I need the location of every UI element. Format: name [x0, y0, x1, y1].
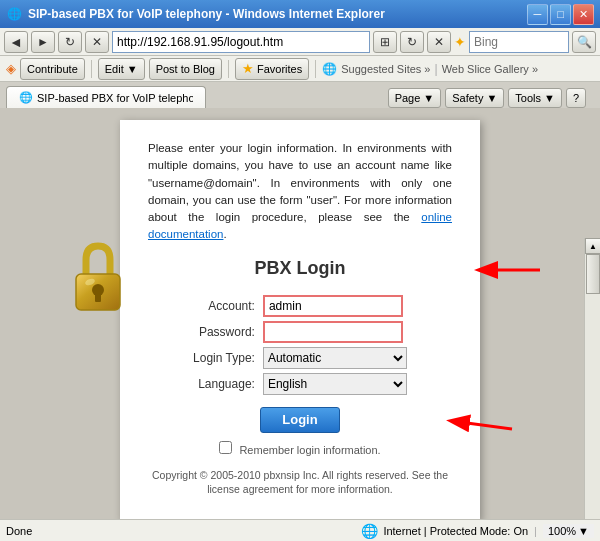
back-button[interactable]: ◄: [4, 31, 28, 53]
window-title: SIP-based PBX for VoIP telephony - Windo…: [28, 7, 527, 21]
search-input[interactable]: [469, 31, 569, 53]
globe-icon: 🌐: [361, 523, 377, 539]
status-left: Done: [6, 525, 353, 537]
login-button-row: Login: [148, 407, 452, 433]
search-icon: ✦: [454, 34, 466, 50]
toolbar-separator: [91, 60, 92, 78]
login-arrow: [444, 399, 514, 439]
password-input[interactable]: [263, 321, 403, 343]
login-form: Account: Password: Login Type: Autom: [193, 293, 407, 397]
login-card: Please enter your login information. In …: [120, 120, 480, 519]
status-done: Done: [6, 525, 32, 537]
account-arrow: [472, 255, 542, 285]
address-input[interactable]: [112, 31, 370, 53]
password-label: Password:: [193, 319, 263, 345]
account-field-cell: [263, 293, 407, 319]
account-label: Account:: [193, 293, 263, 319]
tab-label: SIP-based PBX for VoIP telephony: [37, 92, 193, 104]
suggested-sites-label: Suggested Sites »: [341, 63, 430, 75]
close-button[interactable]: ✕: [573, 4, 594, 25]
rss-button[interactable]: ⊞: [373, 31, 397, 53]
refresh-button[interactable]: ↻: [58, 31, 82, 53]
remember-row: Remember login information.: [148, 441, 452, 456]
password-field-cell: [263, 319, 407, 345]
tools-menu-button[interactable]: Tools ▼: [508, 88, 562, 108]
login-button[interactable]: Login: [260, 407, 340, 433]
active-tab[interactable]: 🌐 SIP-based PBX for VoIP telephony: [6, 86, 206, 108]
ie-icon: 🌐: [322, 62, 337, 76]
forward-button[interactable]: ►: [31, 31, 55, 53]
window-controls: ─ □ ✕: [527, 4, 594, 25]
language-select[interactable]: English Deutsch Français: [263, 373, 407, 395]
contribute-label: Contribute: [27, 63, 78, 75]
safety-menu-button[interactable]: Safety ▼: [445, 88, 504, 108]
help-button[interactable]: ?: [566, 88, 586, 108]
separator-dot: |: [435, 62, 438, 76]
contribute-icon: ◈: [6, 61, 16, 76]
account-input[interactable]: [263, 295, 403, 317]
login-type-field-cell: Automatic Manual: [263, 345, 407, 371]
zone-text: Internet | Protected Mode: On: [383, 525, 528, 537]
login-title: PBX Login: [148, 258, 452, 279]
tab-bar: 🌐 SIP-based PBX for VoIP telephony Page …: [0, 82, 600, 108]
svg-rect-2: [95, 294, 101, 302]
separator: |: [534, 525, 537, 537]
scroll-track: [585, 254, 600, 519]
title-bar: 🌐 SIP-based PBX for VoIP telephony - Win…: [0, 0, 600, 28]
contribute-button[interactable]: Contribute: [20, 58, 85, 80]
stop-button[interactable]: ✕: [85, 31, 109, 53]
post-to-blog-label: Post to Blog: [156, 63, 215, 75]
zoom-button[interactable]: 100% ▼: [543, 524, 594, 538]
post-to-blog-button[interactable]: Post to Blog: [149, 58, 222, 80]
language-label: Language:: [193, 371, 263, 397]
address-bar: ◄ ► ↻ ✕ ⊞ ↻ ✕ ✦ 🔍: [0, 28, 600, 56]
toolbar: ◈ Contribute Edit ▼ Post to Blog ★ Favor…: [0, 56, 600, 82]
web-slice-label: Web Slice Gallery »: [442, 63, 538, 75]
copyright-text: Copyright © 2005-2010 pbxnsip Inc. All r…: [152, 469, 448, 496]
maximize-button[interactable]: □: [550, 4, 571, 25]
minimize-button[interactable]: ─: [527, 4, 548, 25]
language-field-cell: English Deutsch Français: [263, 371, 407, 397]
search-button[interactable]: 🔍: [572, 31, 596, 53]
scrollbar[interactable]: ▲ ▼: [584, 238, 600, 519]
favorites-button[interactable]: ★ Favorites: [235, 58, 309, 80]
login-type-select[interactable]: Automatic Manual: [263, 347, 407, 369]
toolbar-separator3: [315, 60, 316, 78]
tab-favicon: 🌐: [19, 91, 33, 104]
stop2-button[interactable]: ✕: [427, 31, 451, 53]
edit-label: Edit: [105, 63, 124, 75]
favorites-label: Favorites: [257, 63, 302, 75]
login-type-label: Login Type:: [193, 345, 263, 371]
info-text: Please enter your login information. In …: [148, 140, 452, 244]
svg-line-5: [452, 421, 512, 429]
browser-icon: 🌐: [6, 6, 22, 22]
zoom-level: 100%: [548, 525, 576, 537]
status-bar: Done 🌐 Internet | Protected Mode: On | 1…: [0, 519, 600, 541]
star-icon: ★: [242, 61, 254, 76]
browser-window: 🌐 SIP-based PBX for VoIP telephony - Win…: [0, 0, 600, 541]
zoom-arrow-icon: ▼: [578, 525, 589, 537]
refresh2-button[interactable]: ↻: [400, 31, 424, 53]
page-content: ▲ ▼: [0, 108, 600, 519]
remember-checkbox[interactable]: [219, 441, 232, 454]
remember-label[interactable]: Remember login information.: [219, 444, 380, 456]
status-right: 🌐 Internet | Protected Mode: On | 100% ▼: [361, 523, 594, 539]
toolbar-separator2: [228, 60, 229, 78]
copyright-row: Copyright © 2005-2010 pbxnsip Inc. All r…: [148, 468, 452, 497]
page-menu-button[interactable]: Page ▼: [388, 88, 442, 108]
padlock-image: [68, 240, 128, 320]
edit-button[interactable]: Edit ▼: [98, 58, 145, 80]
scroll-thumb[interactable]: [586, 254, 600, 294]
scroll-up-button[interactable]: ▲: [585, 238, 600, 254]
edit-arrow-icon: ▼: [127, 63, 138, 75]
